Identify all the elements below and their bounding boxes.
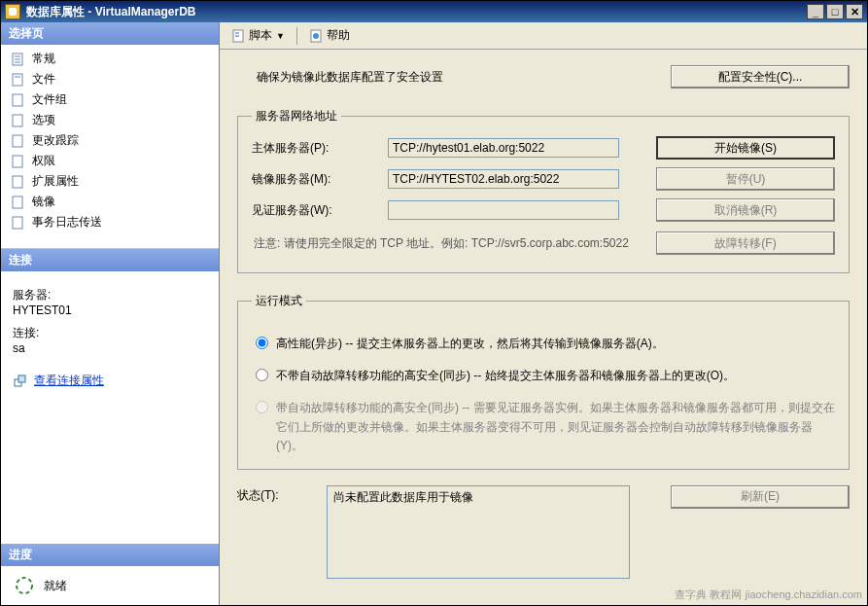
script-label: 脚本 <box>249 27 272 44</box>
progress-ready-icon <box>15 576 34 595</box>
page-icon <box>11 52 26 67</box>
sidebar-item-options[interactable]: 选项 <box>1 110 219 130</box>
connection-icon <box>13 374 28 389</box>
status-label: 状态(T): <box>237 485 327 504</box>
sidebar: 选择页 常规 文件 文件组 选项 更改跟踪 权限 扩展属性 镜像 事务日志传送 … <box>1 22 220 605</box>
page-icon <box>11 113 26 128</box>
principal-label: 主体服务器(P): <box>252 140 388 157</box>
server-address-group: 服务器网络地址 主体服务器(P): 开始镜像(S) 镜像服务器(M): 暂停(U… <box>237 108 850 273</box>
svg-point-18 <box>313 33 319 39</box>
mirror-input[interactable] <box>388 169 619 189</box>
help-icon <box>309 28 325 44</box>
intro-text: 确保为镜像此数据库配置了安全设置 <box>237 69 626 86</box>
sidebar-item-label: 文件组 <box>32 91 67 108</box>
toolbar: 脚本 ▼ 帮助 <box>220 22 867 50</box>
page-icon <box>11 72 26 88</box>
radio-sync-no-failover[interactable]: 不带自动故障转移功能的高安全(同步) -- 始终提交主体服务器和镜像服务器上的更… <box>256 367 835 385</box>
server-label: 服务器: <box>13 287 207 303</box>
sidebar-item-files[interactable]: 文件 <box>1 69 219 89</box>
page-icon <box>11 92 26 108</box>
radio-sync-no-failover-input[interactable] <box>256 369 268 381</box>
connection-value: sa <box>13 341 25 355</box>
minimize-button[interactable]: _ <box>807 4 824 19</box>
pause-button: 暂停(U) <box>656 167 835 191</box>
chevron-down-icon: ▼ <box>276 31 285 41</box>
titlebar[interactable]: 数据库属性 - VirtualManagerDB _ □ ✕ <box>1 1 867 22</box>
remove-mirroring-button: 取消镜像(R) <box>656 198 835 222</box>
sidebar-item-mirroring[interactable]: 镜像 <box>1 192 219 212</box>
select-page-header: 选择页 <box>1 22 219 45</box>
maximize-button[interactable]: □ <box>826 4 844 19</box>
help-label: 帮助 <box>327 27 350 44</box>
mirror-label: 镜像服务器(M): <box>252 171 388 188</box>
window-icon <box>5 4 20 19</box>
radio-async[interactable]: 高性能(异步) -- 提交主体服务器上的更改，然后将其传输到镜像服务器(A)。 <box>256 335 835 353</box>
radio-async-input[interactable] <box>256 337 268 349</box>
view-connection-props-link[interactable]: 查看连接属性 <box>13 373 207 389</box>
sidebar-item-label: 常规 <box>32 51 55 67</box>
help-button[interactable]: 帮助 <box>305 25 354 46</box>
progress-status: 就绪 <box>44 578 67 594</box>
connection-panel: 服务器: HYTEST01 连接: sa 查看连接属性 <box>1 271 219 544</box>
script-icon <box>231 28 247 44</box>
window-title: 数据库属性 - VirtualManagerDB <box>26 4 195 20</box>
svg-rect-7 <box>13 115 22 126</box>
sidebar-item-extended[interactable]: 扩展属性 <box>1 171 219 192</box>
page-list: 常规 文件 文件组 选项 更改跟踪 权限 扩展属性 镜像 事务日志传送 <box>1 45 219 249</box>
operating-mode-legend: 运行模式 <box>252 293 306 309</box>
failover-button: 故障转移(F) <box>656 232 835 255</box>
sidebar-item-logshipping[interactable]: 事务日志传送 <box>1 212 219 232</box>
sidebar-item-label: 事务日志传送 <box>32 214 102 231</box>
main-content: 确保为镜像此数据库配置了安全设置 配置安全性(C)... 服务器网络地址 主体服… <box>220 50 867 605</box>
radio-sync-failover: 带自动故障转移功能的高安全(同步) -- 需要见证服务器实例。如果主体服务器和镜… <box>256 399 835 455</box>
progress-header: 进度 <box>1 544 219 566</box>
svg-point-15 <box>17 578 32 593</box>
sidebar-item-filegroups[interactable]: 文件组 <box>1 89 219 110</box>
page-icon <box>11 195 26 210</box>
sidebar-item-label: 权限 <box>32 153 55 169</box>
principal-input[interactable] <box>388 138 619 158</box>
svg-rect-9 <box>13 156 22 167</box>
page-icon <box>11 215 26 231</box>
sidebar-item-label: 更改跟踪 <box>32 132 79 149</box>
svg-rect-11 <box>13 196 22 208</box>
server-address-legend: 服务器网络地址 <box>252 108 341 125</box>
sidebar-item-general[interactable]: 常规 <box>1 49 219 69</box>
address-note: 注意: 请使用完全限定的 TCP 地址。例如: TCP://svr5.corp.… <box>254 235 629 252</box>
connection-header: 连接 <box>1 249 219 271</box>
sidebar-item-changetracking[interactable]: 更改跟踪 <box>1 130 219 151</box>
radio-async-label: 高性能(异步) -- 提交主体服务器上的更改，然后将其传输到镜像服务器(A)。 <box>276 335 664 353</box>
sidebar-item-label: 选项 <box>32 112 55 128</box>
sidebar-item-label: 文件 <box>32 71 55 88</box>
witness-label: 见证服务器(W): <box>252 202 388 219</box>
svg-rect-12 <box>13 217 22 229</box>
server-value: HYTEST01 <box>13 303 72 317</box>
page-icon <box>11 174 26 190</box>
radio-sync-failover-input <box>256 401 268 413</box>
sidebar-item-label: 镜像 <box>32 194 55 210</box>
configure-security-button[interactable]: 配置安全性(C)... <box>671 65 850 89</box>
svg-rect-8 <box>13 135 22 147</box>
sidebar-item-label: 扩展属性 <box>32 173 79 190</box>
radio-sync-no-failover-label: 不带自动故障转移功能的高安全(同步) -- 始终提交主体服务器和镜像服务器上的更… <box>276 367 735 385</box>
svg-rect-6 <box>13 94 22 106</box>
start-mirroring-button[interactable]: 开始镜像(S) <box>656 136 835 160</box>
status-textarea <box>327 485 630 579</box>
svg-rect-14 <box>18 375 25 382</box>
dialog-window: 数据库属性 - VirtualManagerDB _ □ ✕ 选择页 常规 文件… <box>0 0 868 606</box>
operating-mode-group: 运行模式 高性能(异步) -- 提交主体服务器上的更改，然后将其传输到镜像服务器… <box>237 293 850 470</box>
view-connection-props-label: 查看连接属性 <box>34 373 104 389</box>
radio-sync-failover-label: 带自动故障转移功能的高安全(同步) -- 需要见证服务器实例。如果主体服务器和镜… <box>276 399 835 455</box>
close-button[interactable]: ✕ <box>846 4 863 19</box>
toolbar-separator <box>296 27 297 45</box>
page-icon <box>11 133 26 149</box>
progress-panel: 就绪 <box>1 566 219 605</box>
refresh-button: 刷新(E) <box>671 485 850 509</box>
sidebar-item-permissions[interactable]: 权限 <box>1 151 219 171</box>
script-dropdown[interactable]: 脚本 ▼ <box>227 25 289 46</box>
witness-input[interactable] <box>388 200 619 220</box>
svg-rect-4 <box>13 74 22 86</box>
svg-rect-10 <box>13 176 22 188</box>
page-icon <box>11 154 26 169</box>
connection-label: 连接: <box>13 325 207 341</box>
